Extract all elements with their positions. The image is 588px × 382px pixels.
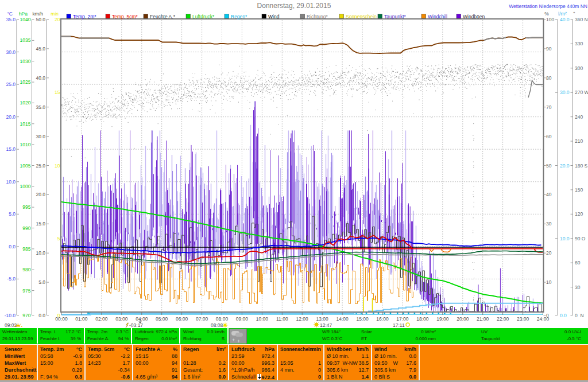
svg-text:1010: 1010 [20,142,31,147]
svg-text:Sonnenschein: Sonnenschein [346,14,377,20]
svg-text:20.0: 20.0 [560,163,570,169]
svg-text:08:08: 08:08 [211,322,223,328]
svg-text:Windböen: Windböen [463,14,485,20]
svg-text:00:00: 00:00 [55,316,68,322]
svg-text:970: 970 [22,313,30,318]
svg-text:07:00: 07:00 [196,316,208,322]
svg-text:120: 120 [575,211,583,217]
svg-text:15.0: 15.0 [36,221,45,227]
svg-text:17:00: 17:00 [396,316,409,322]
svg-text:30: 30 [546,221,552,227]
svg-text:12:00: 12:00 [296,316,309,322]
svg-text:13:00: 13:00 [316,316,329,322]
svg-text:19:00: 19:00 [436,316,449,322]
svg-text:10:00: 10:00 [256,316,269,322]
svg-text:40.0: 40.0 [36,75,45,81]
svg-text:25.0: 25.0 [36,163,45,169]
svg-text:5.0: 5.0 [38,279,45,285]
svg-text:10.0: 10.0 [6,179,16,185]
svg-text:11:00: 11:00 [276,316,288,322]
svg-text:1030: 1030 [20,59,31,64]
svg-text:02:00: 02:00 [95,316,108,322]
svg-text:0.0: 0.0 [9,244,16,250]
svg-text:-10.0: -10.0 [5,313,16,318]
svg-text:330: 330 [575,41,583,46]
svg-text:90: 90 [546,46,552,52]
svg-text:03:00: 03:00 [115,316,128,322]
svg-text:10.0: 10.0 [36,250,45,256]
svg-text:Temp. 2m*: Temp. 2m* [73,14,96,20]
svg-text:1000: 1000 [20,184,31,189]
svg-text:Richtung*: Richtung* [307,14,328,20]
svg-text:05:00: 05:00 [156,316,168,322]
svg-text:10.0: 10.0 [560,236,570,241]
svg-text:06:00: 06:00 [176,316,188,322]
svg-text:Taupunkt*: Taupunkt* [384,14,406,20]
svg-text:21:00: 21:00 [477,316,489,322]
svg-text:40: 40 [546,192,552,197]
svg-text:10: 10 [546,279,552,285]
svg-text:15: 15 [55,89,60,95]
svg-text:5.0: 5.0 [9,211,16,217]
svg-text:0.0: 0.0 [560,313,567,318]
svg-text:1020: 1020 [20,100,31,106]
svg-text:Wind: Wind [268,14,280,20]
svg-text:16:00: 16:00 [376,316,389,322]
svg-text:-5.0: -5.0 [7,276,16,282]
svg-text:5: 5 [57,236,60,241]
svg-text:150: 150 [575,187,583,193]
svg-text:0 N: 0 N [575,313,584,318]
svg-text:Luftdruck*: Luftdruck* [192,14,215,20]
svg-text:1015: 1015 [20,121,31,127]
svg-text:12:47: 12:47 [320,322,332,328]
svg-text:10: 10 [55,163,60,169]
svg-text:09:02: 09:02 [5,322,17,328]
svg-text:300: 300 [575,65,583,71]
svg-text:17:11: 17:11 [393,322,405,328]
svg-text:20.0: 20.0 [6,114,16,120]
svg-text:270 W: 270 W [575,89,588,95]
svg-text:14:00: 14:00 [336,316,349,322]
svg-text:20:00: 20:00 [457,316,469,322]
svg-text:1035: 1035 [20,37,31,43]
svg-text:180 S: 180 S [575,163,588,169]
svg-text:30: 30 [575,284,581,290]
svg-text:60: 60 [546,134,552,139]
svg-text:980: 980 [22,267,30,272]
svg-text:04:00: 04:00 [136,316,148,322]
svg-text:01:00: 01:00 [75,316,88,322]
svg-text:0.0: 0.0 [38,313,45,318]
svg-text:975: 975 [22,288,30,294]
svg-text:Regen*: Regen* [231,14,247,20]
svg-text:50: 50 [546,163,552,169]
svg-text:22:00: 22:00 [497,316,509,322]
svg-text:15.0: 15.0 [6,146,16,152]
svg-text:24:00: 24:00 [537,316,550,322]
svg-text:Feuchte A.*: Feuchte A.* [150,14,176,20]
svg-text:1005: 1005 [20,163,31,169]
svg-text:15:00: 15:00 [356,316,369,322]
svg-text:240: 240 [575,114,583,120]
svg-text:30.0: 30.0 [560,89,570,95]
svg-text:45.0: 45.0 [36,46,45,52]
svg-text:80: 80 [546,75,552,81]
svg-text:-03:17: -03:17 [129,322,143,328]
svg-text:20.0: 20.0 [36,192,45,197]
svg-text:995: 995 [22,204,30,210]
svg-text:23:00: 23:00 [517,316,529,322]
svg-text:70: 70 [546,104,552,110]
svg-text:25.0: 25.0 [6,81,16,87]
svg-text:210: 210 [575,138,583,144]
svg-text:90 O: 90 O [575,236,586,241]
svg-text:30.0: 30.0 [6,49,16,55]
svg-text:60: 60 [575,260,581,266]
svg-text:990: 990 [22,225,30,231]
svg-text:985: 985 [22,246,30,252]
svg-text:20: 20 [546,250,552,256]
svg-text:09:00: 09:00 [236,316,249,322]
svg-text:08:00: 08:00 [216,316,229,322]
svg-text:18:00: 18:00 [416,316,429,322]
svg-text:Temp. 5cm*: Temp. 5cm* [112,14,138,20]
svg-text:35.0: 35.0 [36,104,45,110]
svg-text:30.0: 30.0 [36,134,45,139]
